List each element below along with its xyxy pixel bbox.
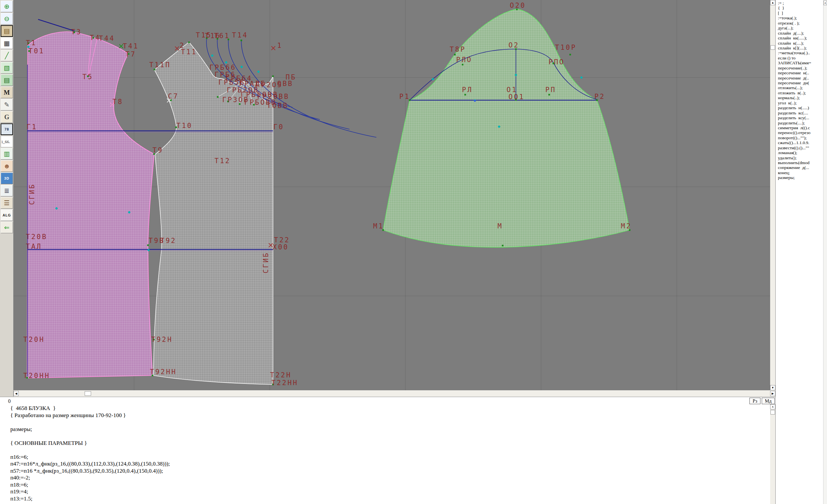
- command-item[interactable]: сплайн к[](....);: [778, 46, 823, 50]
- g-pencil-icon[interactable]: G: [1, 111, 13, 123]
- rz-mode-button[interactable]: Рз: [749, 398, 761, 404]
- clear-icon: ⇐: [4, 224, 10, 231]
- command-item[interactable]: перенос(().отрезо: [778, 130, 823, 135]
- grid-icon[interactable]: ▦: [1, 38, 13, 49]
- command-item[interactable]: отложить(...);: [778, 85, 823, 90]
- command-item[interactable]: дуга(...);: [778, 26, 823, 31]
- command-item[interactable]: пересечение н(..: [778, 70, 823, 75]
- spec-list-icon[interactable]: ≣: [1, 185, 13, 196]
- command-item[interactable]: ломаная();: [778, 150, 823, 155]
- measure-line-icon[interactable]: ╱: [1, 50, 13, 61]
- pattern-point-label: Г0: [273, 123, 284, 131]
- alg-icon[interactable]: ALG: [1, 209, 13, 221]
- pattern-point-label: Т61: [214, 32, 230, 40]
- pattern-point-label: М1: [373, 222, 384, 230]
- canvas-vscrollbar[interactable]: ▲ ▼: [770, 0, 775, 390]
- zoom-out-icon[interactable]: ⊖: [1, 13, 13, 24]
- scroll-down-icon[interactable]: ▼: [770, 385, 775, 390]
- code-text[interactable]: { 4658 БЛУЗКА }{ Разработано на размер ж…: [10, 405, 170, 502]
- command-item[interactable]: симметрия л(().с: [778, 125, 823, 130]
- command-item[interactable]: конец;: [778, 170, 823, 175]
- code-line: размеры;: [10, 426, 170, 433]
- command-panel-scrollbar[interactable]: ∧: [823, 0, 827, 504]
- drafting-tools-icon[interactable]: ✎: [1, 99, 13, 110]
- size-table-icon[interactable]: ▥: [1, 148, 13, 160]
- books-icon: ☰: [4, 200, 10, 206]
- scroll-right-icon[interactable]: ▶: [770, 391, 775, 396]
- command-item[interactable]: сплайн д(....);: [778, 31, 823, 36]
- i66-tile: i_66.: [2, 140, 10, 144]
- md-mode-button[interactable]: Мд: [762, 398, 775, 404]
- code-scroll-up-icon[interactable]: ∧: [770, 404, 775, 409]
- code-scroll-thumb[interactable]: [771, 410, 775, 414]
- command-item[interactable]: отрезок( . );: [778, 21, 823, 26]
- code-vscrollbar[interactable]: ∧: [770, 404, 775, 504]
- code-line: [10, 433, 170, 440]
- command-item[interactable]: угол к(..);: [778, 100, 823, 105]
- i66-tile[interactable]: i_66.: [1, 136, 13, 147]
- command-item[interactable]: ЗАПИСАТЬ(имя=: [778, 60, 823, 65]
- command-panel: := ;{ }[ ]:=точка(.);отрезок( . );дуга(.…: [775, 0, 823, 504]
- calculator-icon[interactable]: 78: [1, 123, 13, 135]
- command-item[interactable]: { }: [778, 5, 823, 10]
- calculator-icon: 78: [4, 128, 9, 131]
- command-item[interactable]: :=точка(.);: [778, 15, 823, 20]
- sheet-preview-icon: ▤: [4, 28, 10, 34]
- command-item[interactable]: развести(().()..."": [778, 145, 823, 150]
- command-item[interactable]: [ ]: [778, 11, 823, 15]
- pattern-point-label: Т11: [181, 48, 197, 56]
- hscroll-thumb[interactable]: [85, 391, 91, 396]
- command-item[interactable]: пересечение(..);: [778, 65, 823, 70]
- command-item[interactable]: разделить ксу(...: [778, 115, 823, 120]
- command-item[interactable]: поворот(()..."");: [778, 135, 823, 140]
- command-item[interactable]: :=метка(точка(.)..: [778, 50, 823, 55]
- sheet-preview-icon[interactable]: ▤: [1, 25, 13, 37]
- pattern-point-label: М: [497, 222, 503, 230]
- clear-icon[interactable]: ⇐: [1, 221, 13, 233]
- command-item[interactable]: если () то: [778, 56, 823, 60]
- command-item[interactable]: отложить в(..);: [778, 91, 823, 95]
- threed-icon[interactable]: 3D: [1, 172, 13, 184]
- pattern-point-label: Т10: [177, 122, 193, 130]
- command-item[interactable]: размеры;: [778, 175, 823, 180]
- piece-back-bodice[interactable]: [27, 32, 154, 378]
- command-item[interactable]: пересечение дн(: [778, 81, 823, 85]
- pattern-point-label: Т5: [82, 73, 93, 81]
- command-item[interactable]: сплайн кк(.....);: [778, 36, 823, 40]
- command-item[interactable]: выполнить(dmod: [778, 160, 823, 165]
- pattern-point-label: ТОВВ: [267, 102, 289, 109]
- command-item[interactable]: пересечение д(..: [778, 75, 823, 81]
- code-editor-panel[interactable]: 0 Рз Мд { 4658 БЛУЗКА }{ Разработано на …: [0, 397, 775, 504]
- sketch-page-icon[interactable]: ▧: [1, 62, 13, 74]
- pattern-point-label: Р2: [594, 93, 605, 100]
- grid-icon: ▦: [4, 40, 10, 47]
- portrait-icon[interactable]: ☻: [1, 160, 13, 172]
- pattern-point-label: Т20В: [26, 233, 47, 241]
- command-item[interactable]: сжать(()...1.1.0.9.: [778, 140, 823, 145]
- command-scroll-up-icon[interactable]: ∧: [823, 1, 827, 5]
- marker-m-icon[interactable]: M: [1, 87, 13, 98]
- zoom-in-icon[interactable]: ⊕: [1, 1, 13, 12]
- vscroll-thumb[interactable]: [771, 45, 775, 50]
- piece-sleeve[interactable]: [383, 9, 630, 247]
- command-item[interactable]: удалить();: [778, 155, 823, 160]
- canvas-hscrollbar[interactable]: ◀ ▶: [13, 390, 775, 397]
- code-line: п16:=6;: [10, 454, 170, 461]
- portrait-icon: ☻: [3, 163, 10, 169]
- code-line: п57:=п16 *л_фнк(рз_16,((80,0.35),(92,0.3…: [10, 467, 170, 474]
- notebook-icon[interactable]: ▤: [1, 74, 13, 86]
- command-item[interactable]: разделить(....);: [778, 120, 823, 125]
- pattern-point-label: РП: [545, 86, 556, 94]
- pattern-canvas[interactable]: Т1Т01Т3Т4Т44Т41Т7Т5Т8Г1Т20ВТАЛТ20НТ20ННТ…: [13, 0, 770, 390]
- scroll-up-icon[interactable]: ▲: [770, 0, 775, 5]
- command-item[interactable]: нормаль(..);: [778, 95, 823, 100]
- command-item[interactable]: разделить кс(....: [778, 110, 823, 115]
- scroll-left-icon[interactable]: ◀: [13, 391, 19, 396]
- zoom-in-icon: ⊕: [4, 3, 10, 10]
- command-item[interactable]: сопряжение д(...: [778, 165, 823, 170]
- command-item[interactable]: разделить н(.....): [778, 105, 823, 110]
- books-icon[interactable]: ☰: [1, 197, 13, 209]
- spec-list-icon: ≣: [4, 187, 10, 194]
- command-item[interactable]: := ;: [778, 1, 823, 5]
- command-item[interactable]: сплайн к(....);: [778, 41, 823, 46]
